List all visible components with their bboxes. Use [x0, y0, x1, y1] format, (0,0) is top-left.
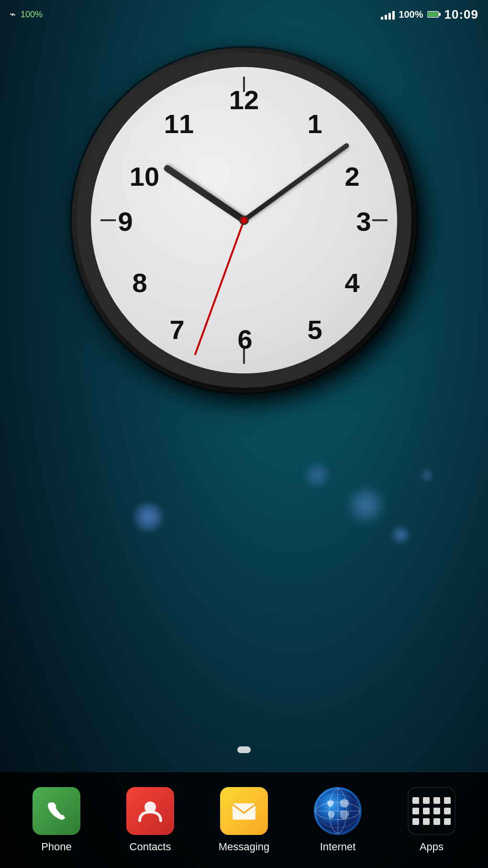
- clock-num-9: 9: [111, 207, 140, 236]
- signal-bar-1: [381, 17, 383, 20]
- status-right: 100% 10:09: [381, 7, 478, 22]
- dock-item-contacts[interactable]: Contacts: [103, 787, 197, 853]
- apps-dot-11: [433, 818, 440, 825]
- bokeh-2: [306, 464, 328, 486]
- apps-dot-10: [423, 818, 430, 825]
- clock-num-12: 12: [230, 85, 258, 114]
- status-bar: ⌁ 100% 100% 10:09: [0, 0, 488, 29]
- svg-rect-8: [233, 803, 255, 820]
- apps-grid: [409, 793, 455, 829]
- bokeh-1: [134, 503, 163, 531]
- clock-time: 10:09: [444, 7, 479, 22]
- status-left: ⌁ 100%: [10, 8, 43, 21]
- bokeh-4: [392, 527, 409, 543]
- phone-label: Phone: [41, 841, 72, 853]
- apps-dot-6: [423, 808, 430, 814]
- messaging-label: Messaging: [219, 841, 269, 853]
- apps-dot-12: [444, 818, 451, 825]
- center-dot: [239, 215, 249, 225]
- internet-app-icon[interactable]: [314, 787, 362, 835]
- apps-dot-7: [433, 808, 440, 814]
- clock-num-6: 6: [231, 325, 259, 353]
- clock-num-1: 1: [300, 109, 329, 138]
- clock-num-8: 8: [125, 268, 154, 297]
- bokeh-3: [349, 488, 383, 522]
- apps-dot-2: [423, 797, 430, 804]
- battery-percent-left: 100%: [21, 10, 43, 20]
- contacts-app-icon[interactable]: [126, 787, 174, 835]
- dock-item-messaging[interactable]: Messaging: [197, 787, 291, 853]
- clock-face: 12 1 2 3 4 5 6 7 8 9 10: [77, 53, 411, 388]
- apps-dot-9: [412, 818, 419, 825]
- dock-item-phone[interactable]: Phone: [10, 787, 103, 853]
- signal-bar-3: [388, 13, 391, 20]
- page-indicator: [237, 746, 251, 753]
- clock-widget[interactable]: 12 1 2 3 4 5 6 7 8 9 10: [72, 48, 416, 393]
- phone-icon-svg: [43, 798, 70, 824]
- clock-outer: 12 1 2 3 4 5 6 7 8 9 10: [72, 48, 416, 393]
- clock-num-2: 2: [338, 162, 366, 191]
- internet-label: Internet: [320, 841, 356, 853]
- battery-icon: [427, 11, 441, 18]
- apps-dot-8: [444, 808, 451, 814]
- signal-bars: [381, 9, 395, 20]
- apps-dot-4: [444, 797, 451, 804]
- signal-bar-2: [385, 15, 387, 20]
- usb-icon: ⌁: [10, 8, 16, 21]
- clock-num-5: 5: [300, 315, 329, 344]
- phone-app-icon[interactable]: [33, 787, 80, 835]
- globe-icon-svg: [314, 787, 362, 835]
- dock-item-apps[interactable]: Apps: [385, 787, 478, 853]
- clock-num-3: 3: [349, 207, 378, 236]
- apps-dot-1: [412, 797, 419, 804]
- dock-item-internet[interactable]: Internet: [291, 787, 385, 853]
- apps-dot-5: [412, 808, 419, 814]
- messaging-icon-svg: [230, 797, 258, 825]
- page-dot-active: [237, 746, 251, 753]
- clock-num-7: 7: [163, 315, 191, 344]
- bokeh-5: [421, 469, 433, 481]
- apps-label: Apps: [420, 841, 444, 853]
- battery-percent: 100%: [399, 9, 423, 20]
- clock-num-11: 11: [165, 109, 193, 138]
- clock-num-10: 10: [130, 162, 159, 191]
- messaging-app-icon[interactable]: [220, 787, 268, 835]
- svg-rect-1: [428, 12, 438, 17]
- signal-bar-4: [392, 11, 395, 20]
- svg-rect-2: [439, 13, 441, 16]
- apps-dot-3: [433, 797, 440, 804]
- contacts-icon-svg: [136, 797, 165, 825]
- dock: Phone Contacts Messaging: [0, 772, 488, 868]
- apps-app-icon[interactable]: [408, 787, 455, 835]
- contacts-label: Contacts: [130, 841, 171, 853]
- clock-num-4: 4: [338, 268, 366, 297]
